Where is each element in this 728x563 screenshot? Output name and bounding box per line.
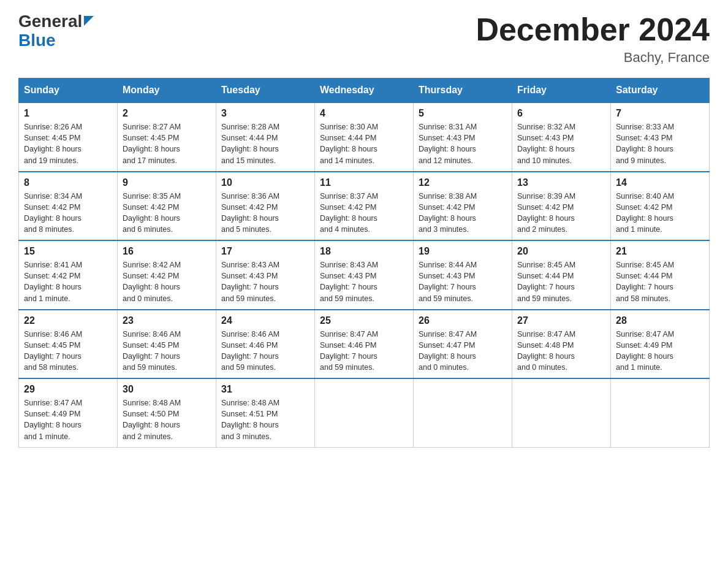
logo: General Blue (18, 12, 94, 50)
day-number: 21 (616, 246, 704, 257)
day-info: Sunrise: 8:47 AMSunset: 4:46 PMDaylight:… (320, 329, 408, 373)
calendar-cell: 14 Sunrise: 8:40 AMSunset: 4:42 PMDaylig… (611, 172, 710, 241)
day-number: 24 (221, 315, 309, 326)
calendar-cell (414, 378, 512, 447)
month-title: December 2024 (476, 12, 710, 47)
location-label: Bachy, France (476, 50, 710, 66)
calendar-cell: 6 Sunrise: 8:32 AMSunset: 4:43 PMDayligh… (512, 102, 611, 172)
weekday-header-friday: Friday (512, 79, 611, 103)
day-number: 8 (24, 177, 112, 188)
day-number: 6 (517, 108, 605, 119)
day-number: 17 (221, 246, 309, 257)
day-number: 4 (320, 108, 408, 119)
calendar-cell: 26 Sunrise: 8:47 AMSunset: 4:47 PMDaylig… (414, 310, 512, 379)
calendar-cell: 18 Sunrise: 8:43 AMSunset: 4:43 PMDaylig… (315, 240, 414, 310)
calendar-cell: 5 Sunrise: 8:31 AMSunset: 4:43 PMDayligh… (414, 102, 512, 172)
day-info: Sunrise: 8:34 AMSunset: 4:42 PMDaylight:… (24, 191, 112, 236)
day-number: 7 (616, 108, 704, 119)
day-info: Sunrise: 8:28 AMSunset: 4:44 PMDaylight:… (221, 121, 309, 166)
day-info: Sunrise: 8:26 AMSunset: 4:45 PMDaylight:… (24, 121, 112, 166)
calendar-cell: 29 Sunrise: 8:47 AMSunset: 4:49 PMDaylig… (19, 378, 118, 447)
calendar-cell: 21 Sunrise: 8:45 AMSunset: 4:44 PMDaylig… (611, 240, 710, 310)
calendar-cell (611, 378, 710, 447)
day-info: Sunrise: 8:46 AMSunset: 4:45 PMDaylight:… (24, 329, 112, 373)
day-info: Sunrise: 8:45 AMSunset: 4:44 PMDaylight:… (616, 259, 704, 304)
day-number: 18 (320, 246, 408, 257)
day-info: Sunrise: 8:46 AMSunset: 4:45 PMDaylight:… (123, 329, 211, 373)
day-number: 3 (221, 108, 309, 119)
day-info: Sunrise: 8:45 AMSunset: 4:44 PMDaylight:… (517, 259, 605, 304)
day-info: Sunrise: 8:47 AMSunset: 4:48 PMDaylight:… (517, 329, 605, 373)
week-row-5: 29 Sunrise: 8:47 AMSunset: 4:49 PMDaylig… (19, 378, 710, 447)
day-number: 11 (320, 177, 408, 188)
calendar-cell: 4 Sunrise: 8:30 AMSunset: 4:44 PMDayligh… (315, 102, 414, 172)
day-number: 5 (419, 108, 507, 119)
calendar-cell: 3 Sunrise: 8:28 AMSunset: 4:44 PMDayligh… (216, 102, 315, 172)
week-row-2: 8 Sunrise: 8:34 AMSunset: 4:42 PMDayligh… (19, 172, 710, 241)
day-number: 22 (24, 315, 112, 326)
day-info: Sunrise: 8:46 AMSunset: 4:46 PMDaylight:… (221, 329, 309, 373)
calendar-cell: 16 Sunrise: 8:42 AMSunset: 4:42 PMDaylig… (118, 240, 216, 310)
title-section: December 2024 Bachy, France (476, 12, 710, 66)
calendar-cell: 2 Sunrise: 8:27 AMSunset: 4:45 PMDayligh… (118, 102, 216, 172)
day-number: 20 (517, 246, 605, 257)
day-number: 29 (24, 384, 112, 395)
calendar-cell: 17 Sunrise: 8:43 AMSunset: 4:43 PMDaylig… (216, 240, 315, 310)
day-number: 10 (221, 177, 309, 188)
day-info: Sunrise: 8:43 AMSunset: 4:43 PMDaylight:… (320, 259, 408, 304)
calendar-cell: 8 Sunrise: 8:34 AMSunset: 4:42 PMDayligh… (19, 172, 118, 241)
day-number: 13 (517, 177, 605, 188)
day-number: 23 (123, 315, 211, 326)
day-number: 27 (517, 315, 605, 326)
weekday-header-row: SundayMondayTuesdayWednesdayThursdayFrid… (19, 79, 710, 103)
day-info: Sunrise: 8:43 AMSunset: 4:43 PMDaylight:… (221, 259, 309, 304)
day-info: Sunrise: 8:42 AMSunset: 4:42 PMDaylight:… (123, 259, 211, 304)
calendar-cell: 30 Sunrise: 8:48 AMSunset: 4:50 PMDaylig… (118, 378, 216, 447)
day-info: Sunrise: 8:30 AMSunset: 4:44 PMDaylight:… (320, 121, 408, 166)
day-number: 30 (123, 384, 211, 395)
calendar-cell: 20 Sunrise: 8:45 AMSunset: 4:44 PMDaylig… (512, 240, 611, 310)
calendar-cell: 19 Sunrise: 8:44 AMSunset: 4:43 PMDaylig… (414, 240, 512, 310)
calendar-cell: 25 Sunrise: 8:47 AMSunset: 4:46 PMDaylig… (315, 310, 414, 379)
day-info: Sunrise: 8:35 AMSunset: 4:42 PMDaylight:… (123, 191, 211, 236)
calendar-cell: 15 Sunrise: 8:41 AMSunset: 4:42 PMDaylig… (19, 240, 118, 310)
day-number: 14 (616, 177, 704, 188)
day-info: Sunrise: 8:41 AMSunset: 4:42 PMDaylight:… (24, 259, 112, 304)
day-info: Sunrise: 8:47 AMSunset: 4:49 PMDaylight:… (24, 397, 112, 442)
calendar-cell: 7 Sunrise: 8:33 AMSunset: 4:43 PMDayligh… (611, 102, 710, 172)
calendar-cell: 11 Sunrise: 8:37 AMSunset: 4:42 PMDaylig… (315, 172, 414, 241)
calendar-cell: 27 Sunrise: 8:47 AMSunset: 4:48 PMDaylig… (512, 310, 611, 379)
calendar-cell: 12 Sunrise: 8:38 AMSunset: 4:42 PMDaylig… (414, 172, 512, 241)
day-info: Sunrise: 8:27 AMSunset: 4:45 PMDaylight:… (123, 121, 211, 166)
logo-general: General (18, 12, 82, 31)
calendar-table: SundayMondayTuesdayWednesdayThursdayFrid… (18, 78, 710, 448)
day-info: Sunrise: 8:39 AMSunset: 4:42 PMDaylight:… (517, 191, 605, 236)
day-number: 15 (24, 246, 112, 257)
day-number: 2 (123, 108, 211, 119)
calendar-cell: 10 Sunrise: 8:36 AMSunset: 4:42 PMDaylig… (216, 172, 315, 241)
day-info: Sunrise: 8:40 AMSunset: 4:42 PMDaylight:… (616, 191, 704, 236)
day-info: Sunrise: 8:37 AMSunset: 4:42 PMDaylight:… (320, 191, 408, 236)
day-number: 28 (616, 315, 704, 326)
calendar-cell: 9 Sunrise: 8:35 AMSunset: 4:42 PMDayligh… (118, 172, 216, 241)
week-row-4: 22 Sunrise: 8:46 AMSunset: 4:45 PMDaylig… (19, 310, 710, 379)
day-info: Sunrise: 8:47 AMSunset: 4:49 PMDaylight:… (616, 329, 704, 373)
calendar-cell: 23 Sunrise: 8:46 AMSunset: 4:45 PMDaylig… (118, 310, 216, 379)
week-row-3: 15 Sunrise: 8:41 AMSunset: 4:42 PMDaylig… (19, 240, 710, 310)
week-row-1: 1 Sunrise: 8:26 AMSunset: 4:45 PMDayligh… (19, 102, 710, 172)
day-number: 31 (221, 384, 309, 395)
day-info: Sunrise: 8:33 AMSunset: 4:43 PMDaylight:… (616, 121, 704, 166)
day-number: 19 (419, 246, 507, 257)
logo-arrow-icon (84, 16, 94, 26)
weekday-header-wednesday: Wednesday (315, 79, 414, 103)
calendar-cell (512, 378, 611, 447)
weekday-header-thursday: Thursday (414, 79, 512, 103)
day-info: Sunrise: 8:48 AMSunset: 4:50 PMDaylight:… (123, 397, 211, 442)
day-info: Sunrise: 8:47 AMSunset: 4:47 PMDaylight:… (419, 329, 507, 373)
day-info: Sunrise: 8:48 AMSunset: 4:51 PMDaylight:… (221, 397, 309, 442)
weekday-header-sunday: Sunday (19, 79, 118, 103)
calendar-cell: 28 Sunrise: 8:47 AMSunset: 4:49 PMDaylig… (611, 310, 710, 379)
calendar-cell: 13 Sunrise: 8:39 AMSunset: 4:42 PMDaylig… (512, 172, 611, 241)
day-number: 16 (123, 246, 211, 257)
day-info: Sunrise: 8:44 AMSunset: 4:43 PMDaylight:… (419, 259, 507, 304)
